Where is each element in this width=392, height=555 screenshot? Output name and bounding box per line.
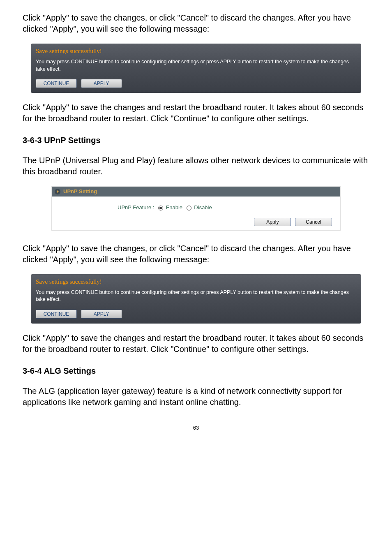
paragraph-restart-2: Click "Apply" to save the changes and re… bbox=[23, 333, 369, 355]
upnp-feature-row: UPnP Feature : Enable Disable bbox=[60, 204, 332, 211]
save-settings-panel-2: Save settings successfully! You may pres… bbox=[31, 274, 361, 324]
heading-alg-settings: 3-6-4 ALG Settings bbox=[23, 365, 369, 377]
panel-button-row: CONTINUE APPLY bbox=[31, 77, 361, 93]
upnp-button-row: Apply Cancel bbox=[60, 218, 332, 226]
radio-disable[interactable] bbox=[187, 206, 191, 210]
panel-button-row: CONTINUE APPLY bbox=[31, 308, 361, 324]
heading-upnp-settings: 3-6-3 UPnP Settings bbox=[23, 135, 369, 146]
upnp-feature-label: UPnP Feature : bbox=[118, 204, 154, 210]
continue-button[interactable]: CONTINUE bbox=[36, 310, 77, 319]
radio-enable[interactable] bbox=[158, 206, 163, 210]
apply-button[interactable]: APPLY bbox=[81, 79, 122, 88]
continue-button[interactable]: CONTINUE bbox=[36, 79, 77, 88]
paragraph-alg-desc: The ALG (application layer gateway) feat… bbox=[23, 386, 369, 408]
paragraph-apply-cancel-1: Click "Apply" to save the changes, or cl… bbox=[23, 12, 369, 35]
upnp-header-label: UPnP Setting bbox=[63, 188, 97, 194]
paragraph-apply-cancel-2: Click "Apply" to save the changes, or cl… bbox=[23, 243, 369, 265]
radio-disable-label: Disable bbox=[194, 204, 212, 210]
paragraph-restart-1: Click "Apply" to save the changes and re… bbox=[23, 102, 369, 124]
upnp-cancel-button[interactable]: Cancel bbox=[295, 218, 332, 226]
panel-title: Save settings successfully! bbox=[31, 274, 361, 287]
upnp-apply-button[interactable]: Apply bbox=[254, 218, 291, 226]
upnp-body: UPnP Feature : Enable Disable Apply Canc… bbox=[52, 197, 340, 230]
page-number: 63 bbox=[23, 424, 369, 432]
panel-text: You may press CONTINUE button to continu… bbox=[31, 57, 361, 77]
paragraph-upnp-desc: The UPnP (Universal Plug and Play) featu… bbox=[23, 155, 369, 177]
save-settings-panel-1: Save settings successfully! You may pres… bbox=[31, 44, 361, 93]
panel-text: You may press CONTINUE button to continu… bbox=[31, 287, 361, 308]
upnp-setting-panel: UPnP Setting UPnP Feature : Enable Disab… bbox=[51, 186, 341, 230]
panel-title: Save settings successfully! bbox=[31, 44, 361, 57]
upnp-header: UPnP Setting bbox=[52, 187, 340, 197]
arrow-icon bbox=[54, 188, 61, 195]
radio-enable-label: Enable bbox=[166, 204, 182, 210]
apply-button[interactable]: APPLY bbox=[81, 310, 122, 319]
